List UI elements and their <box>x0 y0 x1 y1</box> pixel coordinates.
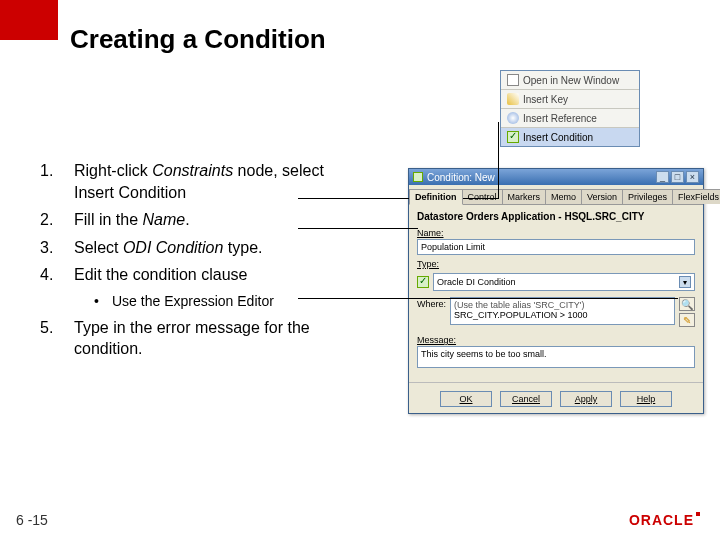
step-3: 3. Select ODI Condition type. <box>40 237 380 259</box>
tab-definition[interactable]: Definition <box>409 189 463 205</box>
tab-memo[interactable]: Memo <box>545 189 582 204</box>
dialog-body: Datastore Orders Application - HSQL.SRC_… <box>409 205 703 374</box>
maximize-button[interactable]: □ <box>671 171 684 183</box>
key-icon <box>507 93 519 105</box>
step-text: node, select <box>233 162 324 179</box>
apply-button[interactable]: Apply <box>560 391 612 407</box>
step-text: Fill in the <box>74 211 142 228</box>
connector-line <box>498 122 499 199</box>
ok-button[interactable]: OK <box>440 391 492 407</box>
minimize-button[interactable]: _ <box>656 171 669 183</box>
steps-list: 1. Right-click Constraints node, select … <box>40 160 380 366</box>
menu-item-open-new-window[interactable]: Open in New Window <box>501 71 639 90</box>
menu-label: Insert Condition <box>523 132 593 143</box>
slide-title: Creating a Condition <box>70 24 326 55</box>
window-icon <box>507 74 519 86</box>
step-italic: Constraints <box>152 162 233 179</box>
reference-icon <box>507 112 519 124</box>
type-label: Type: <box>417 259 695 269</box>
oracle-logo: ORACLE <box>629 512 700 528</box>
message-textarea[interactable]: This city seems to be too small. <box>417 346 695 368</box>
type-value: Oracle DI Condition <box>437 277 516 287</box>
connector-line <box>298 198 498 199</box>
tab-privileges[interactable]: Privileges <box>622 189 673 204</box>
condition-type-icon <box>417 276 429 288</box>
dialog-button-row: OK Cancel Apply Help <box>409 382 703 413</box>
help-button[interactable]: Help <box>620 391 672 407</box>
dialog-titlebar[interactable]: Condition: New _ □ × <box>409 169 703 185</box>
condition-icon <box>507 131 519 143</box>
menu-label: Open in New Window <box>523 75 619 86</box>
chevron-down-icon[interactable]: ▾ <box>679 276 691 288</box>
step-number: 3. <box>40 237 74 259</box>
menu-item-insert-key[interactable]: Insert Key <box>501 90 639 109</box>
step-4-sub: • Use the Expression Editor <box>94 292 380 311</box>
type-select[interactable]: Oracle DI Condition ▾ <box>433 273 695 291</box>
menu-label: Insert Key <box>523 94 568 105</box>
step-body: Select ODI Condition type. <box>74 237 263 259</box>
step-italic: ODI Condition <box>123 239 224 256</box>
brand-red-square <box>0 0 58 40</box>
connector-line <box>298 228 418 229</box>
tab-control[interactable]: Control <box>462 189 503 204</box>
step-number: 1. <box>40 160 74 203</box>
close-button[interactable]: × <box>686 171 699 183</box>
cancel-button[interactable]: Cancel <box>500 391 552 407</box>
tab-markers[interactable]: Markers <box>502 189 547 204</box>
name-input[interactable]: Population Limit <box>417 239 695 255</box>
datastore-heading: Datastore Orders Application - HSQL.SRC_… <box>417 211 695 222</box>
page-number: 6 -15 <box>16 512 48 528</box>
tab-flexfields[interactable]: FlexFields <box>672 189 720 204</box>
context-menu: Open in New Window Insert Key Insert Ref… <box>500 70 640 147</box>
step-body: Edit the condition clause <box>74 264 247 286</box>
step-text: . <box>185 211 189 228</box>
expression-editor-button[interactable]: ✎ <box>679 313 695 327</box>
step-body: Right-click Constraints node, select Ins… <box>74 160 324 203</box>
connector-line <box>298 298 678 299</box>
step-body: Fill in the Name. <box>74 209 190 231</box>
message-label: Message: <box>417 335 695 345</box>
step-italic: Name <box>142 211 185 228</box>
step-text: Edit the condition clause <box>74 266 247 283</box>
where-hint: (Use the table alias 'SRC_CITY') <box>454 300 671 310</box>
menu-label: Insert Reference <box>523 113 597 124</box>
where-textarea[interactable]: (Use the table alias 'SRC_CITY') SRC_CIT… <box>450 297 675 325</box>
menu-item-insert-reference[interactable]: Insert Reference <box>501 109 639 128</box>
magnifier-icon[interactable]: 🔍 <box>679 297 695 311</box>
step-text: type. <box>223 239 262 256</box>
step-1: 1. Right-click Constraints node, select … <box>40 160 380 203</box>
where-expression: SRC_CITY.POPULATION > 1000 <box>454 310 671 320</box>
dialog-title: Condition: New <box>427 172 495 183</box>
tab-version[interactable]: Version <box>581 189 623 204</box>
step-4: 4. Edit the condition clause <box>40 264 380 286</box>
step-text: Type in the error message for the condit… <box>74 319 310 358</box>
step-body: Type in the error message for the condit… <box>74 317 380 360</box>
step-text: Select <box>74 239 123 256</box>
dialog-tabs: Definition Control Markers Memo Version … <box>409 185 703 205</box>
step-number: 2. <box>40 209 74 231</box>
name-label: Name: <box>417 228 695 238</box>
step-number: 4. <box>40 264 74 286</box>
step-text: Right-click <box>74 162 152 179</box>
step-number: 5. <box>40 317 74 360</box>
condition-dialog: Condition: New _ □ × Definition Control … <box>408 168 704 414</box>
substep-text: Use the Expression Editor <box>112 292 274 311</box>
bullet: • <box>94 292 112 311</box>
dialog-title-icon <box>413 172 423 182</box>
menu-item-insert-condition[interactable]: Insert Condition <box>501 128 639 146</box>
step-text: Insert Condition <box>74 184 186 201</box>
step-5: 5. Type in the error message for the con… <box>40 317 380 360</box>
